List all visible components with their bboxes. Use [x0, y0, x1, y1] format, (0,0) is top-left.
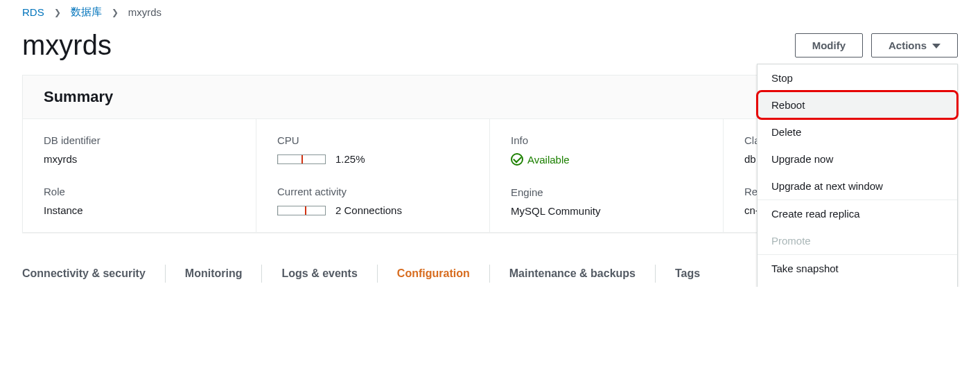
info-label: Info	[511, 134, 702, 146]
activity-text: 2 Connections	[335, 204, 402, 216]
engine-label: Engine	[511, 186, 702, 198]
tab-divider	[165, 265, 166, 283]
tab-logs[interactable]: Logs & events	[281, 260, 357, 287]
chevron-right-icon: ❯	[112, 8, 119, 17]
breadcrumb-databases[interactable]: 数据库	[71, 6, 102, 19]
tab-divider	[377, 265, 378, 283]
tab-divider	[655, 265, 656, 283]
tab-connectivity[interactable]: Connectivity & security	[22, 260, 146, 287]
check-circle-icon	[511, 153, 523, 166]
actions-label: Actions	[889, 39, 927, 51]
tab-divider	[489, 265, 490, 283]
tab-divider	[261, 265, 262, 283]
cpu-label: CPU	[277, 134, 469, 146]
breadcrumb: RDS ❯ 数据库 ❯ mxyrds	[0, 0, 980, 21]
action-take-snapshot[interactable]: Take snapshot	[758, 255, 957, 282]
cpu-pct: 1.25%	[335, 153, 365, 165]
tab-tags[interactable]: Tags	[675, 260, 700, 287]
cpu-value: 1.25%	[277, 153, 469, 165]
tab-maintenance[interactable]: Maintenance & backups	[509, 260, 636, 287]
tab-configuration[interactable]: Configuration	[397, 260, 470, 287]
tab-monitoring[interactable]: Monitoring	[185, 260, 243, 287]
action-upgrade-now[interactable]: Upgrade now	[758, 145, 957, 172]
action-create-replica[interactable]: Create read replica	[758, 200, 957, 227]
info-text: Available	[527, 154, 570, 166]
actions-button[interactable]: Actions	[871, 33, 958, 57]
actions-dropdown: Stop Reboot Delete Upgrade now Upgrade a…	[757, 64, 958, 287]
summary-col-3: Info Available Engine MySQL Community	[490, 119, 724, 232]
caret-down-icon	[932, 44, 940, 48]
breadcrumb-rds[interactable]: RDS	[22, 6, 44, 18]
page-header: mxyrds Modify Actions Stop Reboot Delete…	[0, 21, 980, 75]
summary-col-1: DB identifier mxyrds Role Instance	[23, 119, 256, 232]
activity-label: Current activity	[277, 186, 469, 197]
engine-value: MySQL Community	[511, 205, 702, 217]
header-buttons: Modify Actions Stop Reboot Delete Upgrad…	[795, 33, 958, 57]
action-promote: Promote	[758, 227, 957, 254]
chevron-right-icon: ❯	[54, 8, 61, 17]
summary-col-2: CPU 1.25% Current activity 2 Connec	[256, 119, 490, 232]
activity-bar-icon	[277, 206, 326, 215]
action-delete[interactable]: Delete	[758, 118, 957, 145]
action-upgrade-next[interactable]: Upgrade at next window	[758, 172, 957, 200]
modify-button[interactable]: Modify	[795, 33, 863, 57]
action-reboot[interactable]: Reboot	[758, 91, 957, 118]
role-value: Instance	[44, 204, 235, 216]
page-title: mxyrds	[22, 30, 112, 61]
action-restore[interactable]: Restore to point in time	[758, 282, 957, 287]
breadcrumb-current: mxyrds	[128, 6, 161, 18]
activity-value: 2 Connections	[277, 204, 469, 216]
role-label: Role	[44, 186, 235, 197]
db-identifier-label: DB identifier	[44, 134, 235, 146]
modify-label: Modify	[812, 39, 846, 51]
info-value: Available	[511, 153, 702, 166]
db-identifier-value: mxyrds	[44, 153, 235, 165]
cpu-bar-icon	[277, 154, 326, 164]
action-stop[interactable]: Stop	[758, 64, 957, 91]
